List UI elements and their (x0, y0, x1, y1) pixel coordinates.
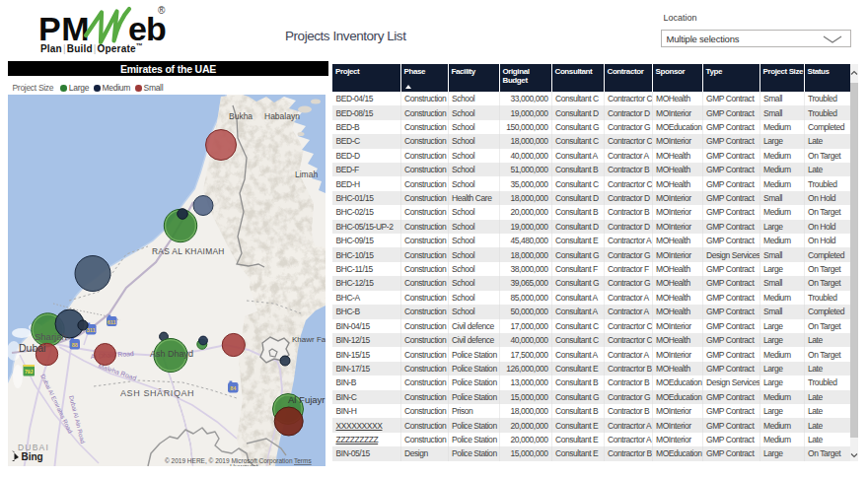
svg-text:84: 84 (230, 385, 237, 391)
svg-text:611: 611 (108, 319, 116, 325)
svg-text:© 2019 HERE, © 2019 Microsoft: © 2019 HERE, © 2019 Microsoft Corporatio… (165, 457, 293, 465)
svg-text:Ash Dhayd: Ash Dhayd (150, 349, 193, 359)
svg-text:Habalayn: Habalayn (264, 111, 300, 121)
svg-text:Al Fujayr: Al Fujayr (288, 394, 325, 405)
svg-text:Limah: Limah (295, 170, 318, 179)
svg-text:311: 311 (87, 327, 96, 333)
svg-text:RAS AL KHAIMAH: RAS AL KHAIMAH (152, 246, 225, 256)
svg-text:Terms: Terms (294, 457, 312, 464)
svg-text:Bukha: Bukha (229, 111, 253, 121)
svg-text:Sharjah: Sharjah (35, 331, 67, 342)
svg-text:Bing: Bing (22, 451, 43, 462)
svg-text:ASH SHĀRIQAH: ASH SHĀRIQAH (120, 388, 194, 398)
svg-text:79J: 79J (25, 369, 34, 375)
svg-text:88: 88 (72, 342, 78, 348)
svg-text:Khawr Fak: Khawr Fak (292, 335, 326, 344)
svg-text:Dubai: Dubai (19, 342, 45, 354)
